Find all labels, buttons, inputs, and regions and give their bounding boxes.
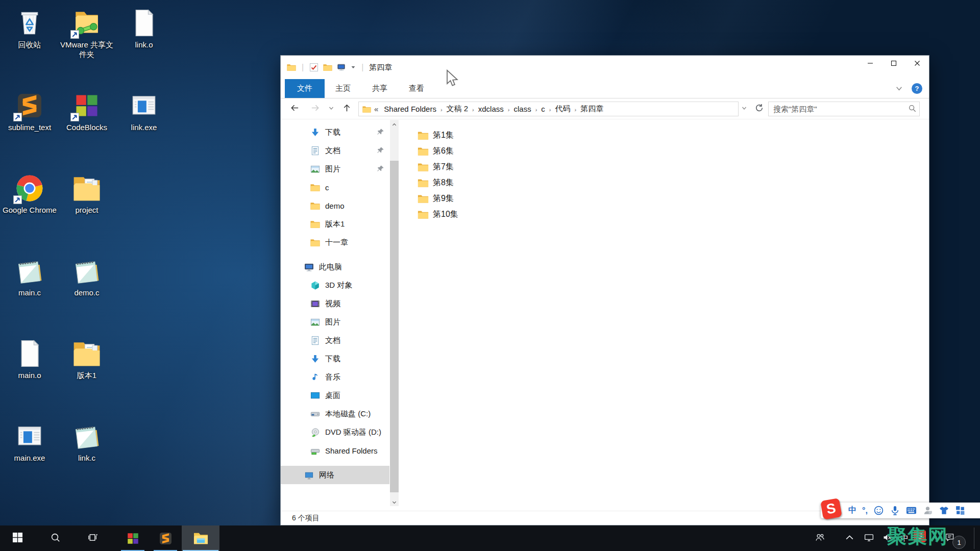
qat-dropdown-icon[interactable] (351, 65, 356, 70)
nav-item-下载[interactable]: 下载 (281, 123, 389, 141)
search-input[interactable] (769, 105, 905, 113)
back-button[interactable] (287, 101, 302, 116)
nav-item-视频[interactable]: 视频 (281, 294, 389, 313)
title-bar[interactable]: | | 第四章 (281, 56, 929, 79)
desktop-icon-label: main.c (18, 288, 41, 298)
taskbar-app-file-explorer[interactable] (182, 525, 219, 551)
ime-chinese-mode-button[interactable]: 中 (848, 505, 856, 516)
breadcrumb-item-代码[interactable]: 代码 (552, 104, 574, 114)
desktop-icon-link.exe[interactable]: link.exe (115, 86, 173, 168)
new-folder-icon[interactable] (323, 63, 332, 72)
breadcrumb-item-class[interactable]: class (510, 105, 534, 113)
file-item-label: 第6集 (433, 146, 454, 157)
nav-item-网络[interactable]: 网络 (281, 466, 389, 484)
nav-scrollbar[interactable] (390, 120, 399, 506)
task-view-button[interactable] (81, 525, 105, 551)
people-button[interactable] (813, 525, 827, 551)
desktop-icon-sublime_text[interactable]: sublime_text (1, 86, 58, 168)
desktop-icon-link.o[interactable]: link.o (115, 3, 173, 86)
nav-item-下载[interactable]: 下载 (281, 349, 389, 368)
tab-文件[interactable]: 文件 (285, 79, 325, 98)
scroll-down-arrow[interactable] (390, 497, 399, 506)
file-item-第10集[interactable]: 第10集 (418, 207, 458, 222)
search-box[interactable] (768, 102, 920, 116)
nav-item-音乐[interactable]: 音乐 (281, 368, 389, 386)
desktop-icon-link.c[interactable]: link.c (58, 416, 115, 499)
nav-item-demo[interactable]: demo (281, 196, 389, 215)
desktop-icon-Google Chrome[interactable]: Google Chrome (1, 168, 58, 251)
nav-item-此电脑[interactable]: 此电脑 (281, 258, 389, 276)
nav-item-文档[interactable]: 文档 (281, 141, 389, 160)
breadcrumb-item-Shared Folders[interactable]: Shared Folders (380, 105, 440, 113)
keyboard-icon[interactable] (906, 505, 917, 516)
address-bar[interactable]: « Shared Folders›文稿 2›xdclass›class›c›代码… (358, 102, 739, 116)
help-button[interactable]: ? (912, 83, 922, 94)
desktop-icon-project[interactable]: project (58, 168, 115, 251)
emoji-icon[interactable] (873, 505, 884, 516)
desktop-icon-版本1[interactable]: 版本1 (58, 334, 115, 416)
skin-icon[interactable] (939, 505, 949, 516)
nav-item-十一章[interactable]: 十一章 (281, 233, 389, 252)
refresh-button[interactable] (752, 101, 766, 116)
maximize-button[interactable] (882, 56, 905, 71)
nav-item-Shared Folders[interactable]: Shared Folders (281, 441, 389, 460)
toolbox-icon[interactable] (955, 505, 966, 516)
nav-item-文档[interactable]: 文档 (281, 331, 389, 349)
nav-item-桌面[interactable]: 桌面 (281, 386, 389, 405)
taskbar-app-codeblocks[interactable] (116, 525, 149, 551)
start-button[interactable] (5, 525, 30, 551)
close-button[interactable] (905, 56, 929, 71)
address-dropdown-button[interactable] (738, 101, 750, 116)
nav-item-c[interactable]: c (281, 178, 389, 196)
file-item-第9集[interactable]: 第9集 (418, 191, 458, 207)
nav-item-图片[interactable]: 图片 (281, 160, 389, 178)
nav-item-本地磁盘 (C:)[interactable]: 本地磁盘 (C:) (281, 405, 389, 423)
recent-locations-button[interactable] (326, 101, 337, 116)
desktop-icon-回收站[interactable]: 回收站 (1, 3, 58, 86)
file-item-第6集[interactable]: 第6集 (418, 143, 458, 159)
taskbar-search-button[interactable] (43, 525, 67, 551)
microphone-icon[interactable] (890, 505, 900, 516)
account-icon[interactable] (922, 505, 933, 516)
tray-overflow-button[interactable] (842, 525, 856, 551)
properties-check-icon[interactable] (309, 63, 318, 72)
desktop-icon-label: VMware 共享文件夹 (59, 40, 114, 60)
nav-item-DVD 驱动器 (D:)[interactable]: DVD 驱动器 (D:) (281, 423, 389, 441)
desktop-icon-VMware 共享文件夹[interactable]: VMware 共享文件夹 (58, 3, 115, 86)
forward-button[interactable] (307, 101, 323, 116)
file-item-第7集[interactable]: 第7集 (418, 159, 458, 175)
nav-item-3D 对象[interactable]: 3D 对象 (281, 276, 389, 294)
desktop-icon-CodeBlocks[interactable]: CodeBlocks (58, 86, 115, 168)
search-icon[interactable] (905, 102, 919, 116)
taskbar-app-sublime-text[interactable] (149, 525, 182, 551)
sogou-logo-icon[interactable]: S (820, 498, 842, 520)
tab-查看[interactable]: 查看 (398, 79, 435, 98)
breadcrumb-item-c[interactable]: c (537, 105, 549, 113)
file-list-pane[interactable]: 第1集第6集第7集第8集第9集第10集 (401, 120, 929, 511)
scrollbar-thumb[interactable] (390, 161, 399, 492)
expand-ribbon-icon[interactable] (895, 85, 903, 92)
nav-item-版本1[interactable]: 版本1 (281, 215, 389, 233)
breadcrumb-item-文稿 2[interactable]: 文稿 2 (443, 104, 472, 114)
file-item-第8集[interactable]: 第8集 (418, 175, 458, 191)
show-desktop-strip[interactable] (974, 528, 974, 549)
desktop-icon-main.exe[interactable]: main.exe (1, 416, 58, 499)
desktop-icon-demo.c[interactable]: demo.c (58, 251, 115, 334)
breadcrumb-prefix[interactable]: « (374, 105, 380, 113)
tab-共享[interactable]: 共享 (361, 79, 398, 98)
network-display-tray-icon[interactable] (862, 525, 876, 551)
breadcrumb-item-xdclass[interactable]: xdclass (475, 105, 507, 113)
scroll-up-arrow[interactable] (390, 120, 399, 129)
nav-list: 下载文档图片cdemo版本1十一章此电脑3D 对象视频图片文档下载音乐桌面本地磁… (281, 123, 389, 484)
desktop-icon-label: link.exe (131, 123, 157, 133)
computer-icon[interactable] (337, 63, 346, 72)
desktop-icon-main.c[interactable]: main.c (1, 251, 58, 334)
file-item-第1集[interactable]: 第1集 (418, 128, 458, 143)
tab-主页[interactable]: 主页 (325, 79, 361, 98)
desktop-icon-main.o[interactable]: main.o (1, 334, 58, 416)
breadcrumb-item-第四章[interactable]: 第四章 (577, 104, 607, 114)
minimize-button[interactable] (859, 56, 882, 71)
nav-item-图片[interactable]: 图片 (281, 313, 389, 331)
ime-punctuation-button[interactable]: °, (862, 505, 868, 516)
up-button[interactable] (339, 101, 354, 116)
